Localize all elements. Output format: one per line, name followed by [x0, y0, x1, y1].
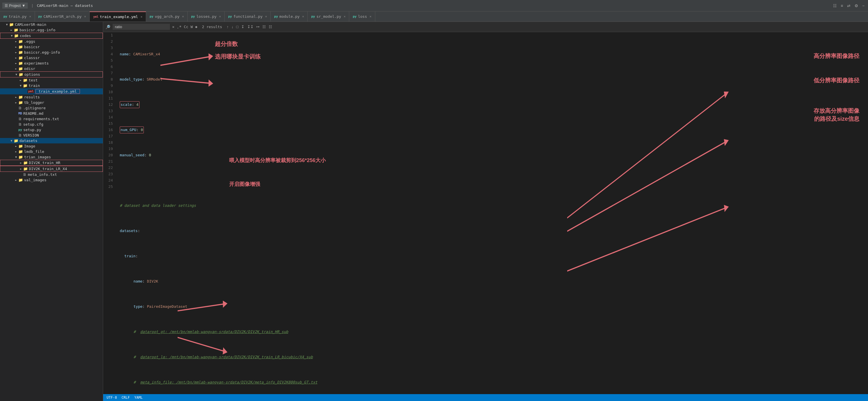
tab-icon-py7: py — [311, 15, 315, 18]
tree-codes[interactable]: ▼ 📁 codes — [0, 33, 103, 39]
tab-close-7[interactable]: ✕ — [344, 15, 346, 18]
ln-2: 2 — [105, 38, 113, 45]
tab-vgg-arch[interactable]: py vgg_arch.py ✕ — [146, 11, 188, 22]
folder-icon-image: 📁 — [18, 144, 23, 148]
search-case[interactable]: Cc — [184, 25, 188, 29]
align2-icon[interactable]: ⇄ — [846, 3, 852, 9]
breadcrumb-separator: | — [31, 3, 33, 8]
tab-loss[interactable]: py loss ✕ — [349, 11, 375, 22]
search-expand[interactable]: □ — [235, 24, 240, 30]
ln-1: 1 — [105, 32, 113, 38]
file-icon-req: 🗎 — [18, 117, 22, 121]
tab-camixersr-arch[interactable]: py CAMixerSR_arch.py ✕ — [35, 11, 90, 22]
tree-setup-cfg[interactable]: 🗎 setup.cfg — [0, 122, 103, 127]
search-input[interactable] — [113, 24, 170, 30]
tab-train-example-yaml[interactable]: yml train_example.yml ✕ — [90, 11, 146, 22]
tree-basicsr-egg2[interactable]: ► 📁 basicsr.egg-info — [0, 50, 103, 55]
tree-test[interactable]: ► 📁 test — [0, 78, 103, 83]
tree-odisr[interactable]: ► 📁 odisr — [0, 66, 103, 71]
minimize-icon[interactable]: − — [861, 3, 866, 9]
align-icon[interactable]: ≡ — [840, 3, 844, 9]
editor[interactable]: 1 2 3 4 5 6 7 8 9 10 11 12 13 14 15 16 1 — [103, 32, 868, 394]
arrow-results: ► — [14, 95, 18, 99]
tree-div2k-lr[interactable]: ► 📁 DIV2K_train_LR_X4 — [0, 166, 103, 172]
tree-lmdb[interactable]: ► 📁 lmdb_file — [0, 149, 103, 154]
tree-requirements[interactable]: 🗎 requirements.txt — [0, 116, 103, 122]
search-filter[interactable]: ☷ — [268, 24, 273, 30]
tab-close-8[interactable]: ✕ — [370, 15, 372, 18]
tree-basicsr[interactable]: ► 📁 basicsr — [0, 44, 103, 50]
tree-trian-images[interactable]: ▼ 📁 trian_images — [0, 154, 103, 160]
tree-basicsr-egg-info[interactable]: ► 📁 basicsr.egg-info — [0, 27, 103, 33]
ln-24: 24 — [105, 177, 113, 183]
folder-icon-div2k-hr: 📁 — [23, 161, 28, 165]
tree-tb-logger[interactable]: ► 📁 tb_logger — [0, 100, 103, 105]
search-btn4[interactable]: ☷ — [261, 24, 267, 30]
tree-gitignore[interactable]: 🗎 .gitignore — [0, 105, 103, 111]
tab-train-py[interactable]: py train.py ✕ — [0, 11, 35, 22]
search-clear[interactable]: ✕ — [172, 25, 175, 29]
search-next[interactable]: ↓ — [230, 24, 235, 30]
tab-icon-py4: py — [191, 15, 195, 18]
project-button[interactable]: ☰ Project ▼ — [2, 3, 28, 9]
label-basicsr: basicsr — [24, 45, 40, 49]
tab-close-3[interactable]: ✕ — [182, 15, 184, 18]
tree-div2k-hr[interactable]: ► 📁 DIV2K_train_HR — [0, 160, 103, 166]
tree-train-folder[interactable]: ▼ 📁 train — [0, 83, 103, 88]
tree-version[interactable]: 🗎 VERSION — [0, 133, 103, 138]
tab-close-5[interactable]: ✕ — [265, 15, 267, 18]
folder-icon-odisr: 📁 — [18, 66, 23, 71]
tree-results[interactable]: ► 📁 results — [0, 94, 103, 100]
search-btn1[interactable]: ↧ — [240, 24, 246, 30]
ln-16: 16 — [105, 127, 113, 133]
tree-experiments[interactable]: ► 📁 experiments — [0, 60, 103, 66]
search-btn2[interactable]: ↧↧ — [246, 24, 255, 30]
tree-datasets[interactable]: ▼ 📁 datasets — [0, 138, 103, 143]
tree-options[interactable]: ▼ 📁 options — [0, 71, 103, 78]
bottom-bar: UTF-8 CRLF YAML — [103, 394, 868, 401]
tab-close-yaml[interactable]: ✕ — [141, 15, 143, 19]
label-exp: experiments — [24, 61, 49, 65]
tree-root[interactable]: ▼ 📁 CAMixerSR-main — [0, 22, 103, 27]
tab-close-2[interactable]: ✕ — [84, 15, 86, 18]
tree-classsr[interactable]: ► 📁 classsr — [0, 55, 103, 60]
arrow-setup-py — [14, 128, 18, 132]
ln-17: 17 — [105, 133, 113, 139]
search-regex[interactable]: .* — [177, 25, 182, 29]
label-git: .gitignore — [23, 106, 45, 110]
tab-label7: sr_model.py — [316, 15, 341, 19]
tree-train-example-yml[interactable]: yml train_example.yml — [0, 88, 103, 94]
arrow-meta — [18, 173, 23, 176]
tab-label4: losses.py — [196, 15, 216, 19]
tab-losses[interactable]: py losses.py ✕ — [188, 11, 225, 22]
ln-21: 21 — [105, 158, 113, 165]
tab-sr-model[interactable]: py sr_model.py ✕ — [308, 11, 349, 22]
label-req: requirements.txt — [23, 117, 59, 121]
tree-val-images[interactable]: ► 📁 val_images — [0, 177, 103, 183]
ln-19: 19 — [105, 146, 113, 152]
arrow-train-folder: ▼ — [18, 84, 23, 87]
tab-functional[interactable]: py functional.py ✕ — [225, 11, 271, 22]
arrow-egg2: ► — [14, 51, 18, 54]
settings-icon[interactable]: ⚙ — [854, 3, 859, 9]
layout-icon[interactable]: ☷ — [832, 3, 838, 9]
search-btn3[interactable]: ↦ — [255, 24, 261, 30]
arrow-eggs: ► — [14, 40, 18, 43]
tree-setup-py[interactable]: py setup.py — [0, 127, 103, 133]
tab-icon-py8: py — [353, 15, 356, 18]
tree-eggs[interactable]: ► 📁 .eggs — [0, 39, 103, 44]
tree-readme[interactable]: MD README.md — [0, 111, 103, 116]
arrow-version — [14, 134, 18, 137]
tab-close-train[interactable]: ✕ — [29, 15, 31, 18]
arrow-yml — [23, 90, 28, 93]
search-options[interactable]: ✱ — [195, 25, 197, 29]
tab-close-6[interactable]: ✕ — [302, 15, 304, 18]
search-word[interactable]: W — [190, 25, 193, 29]
arrow-trian: ▼ — [14, 155, 18, 159]
tab-close-4[interactable]: ✕ — [219, 15, 221, 18]
tab-module[interactable]: py module.py ✕ — [271, 11, 308, 22]
tree-image[interactable]: ► 📁 Image — [0, 143, 103, 149]
tree-meta-info[interactable]: 🗎 meta_info.txt — [0, 172, 103, 177]
search-prev[interactable]: ↑ — [225, 24, 230, 30]
label-div2k-lr: DIV2K_train_LR_X4 — [29, 167, 67, 171]
